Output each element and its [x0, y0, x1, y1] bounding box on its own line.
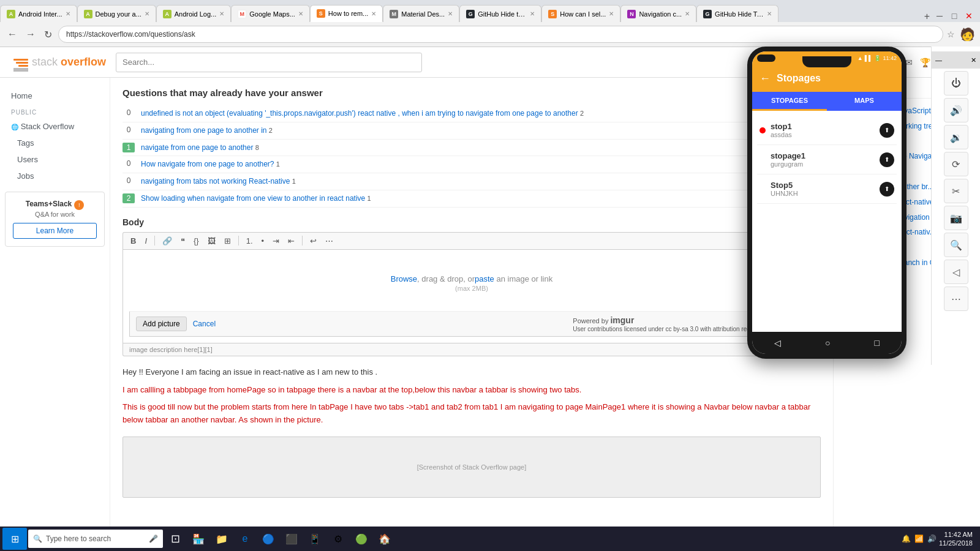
- emu-vol-up-btn[interactable]: 🔊: [944, 98, 968, 122]
- browser-tab-4[interactable]: M Google Maps... ✕: [231, 5, 310, 22]
- tab-close[interactable]: ✕: [371, 10, 376, 17]
- taskbar-app-task-view[interactable]: ⊡: [164, 528, 186, 550]
- sidebar-item-jobs[interactable]: Jobs: [5, 168, 105, 184]
- phone-navigate-icon[interactable]: ⬆: [880, 182, 894, 197]
- q-link[interactable]: navigating from one page to another in 2: [141, 126, 273, 136]
- taskbar-app-store[interactable]: 🏪: [187, 528, 209, 550]
- achievements-icon[interactable]: 🏆: [920, 58, 930, 67]
- q-link[interactable]: How navigate from one page to another? 1: [141, 159, 280, 170]
- back-button[interactable]: ←: [5, 28, 20, 41]
- browser-tab-9[interactable]: N Navigation c... ✕: [620, 5, 696, 22]
- browser-tab-5[interactable]: S How to rem... ✕: [310, 5, 383, 22]
- sidebar-item-stackoverflow[interactable]: 🌐 Stack Overflow: [5, 118, 105, 135]
- tab-close[interactable]: ✕: [298, 10, 303, 17]
- browser-tab-8[interactable]: S How can I sel... ✕: [541, 5, 620, 22]
- browser-tab-7[interactable]: G GitHub Hide tabBar f... ✕: [459, 5, 541, 22]
- bookmark-icon[interactable]: ☆: [947, 29, 955, 39]
- toolbar-ol[interactable]: 1.: [244, 235, 255, 247]
- tab-close[interactable]: ✕: [685, 10, 690, 17]
- profile-icon[interactable]: 🧑: [960, 27, 975, 42]
- toolbar-image[interactable]: 🖼: [205, 235, 218, 247]
- minimize-button[interactable]: ─: [933, 10, 946, 22]
- phone-back-icon[interactable]: ←: [760, 72, 771, 85]
- tab-close[interactable]: ✕: [219, 10, 224, 17]
- taskbar-mic-icon[interactable]: 🎤: [149, 534, 158, 543]
- sidebar-item-users[interactable]: Users: [5, 151, 105, 168]
- volume-icon[interactable]: 🔊: [927, 534, 937, 543]
- emu-rotate-btn[interactable]: ⟳: [944, 152, 968, 176]
- tab-close[interactable]: ✕: [448, 10, 453, 17]
- tab-close[interactable]: ✕: [145, 10, 149, 17]
- restore-button[interactable]: □: [948, 10, 960, 22]
- tab-close[interactable]: ✕: [530, 10, 535, 17]
- add-picture-button[interactable]: Add picture: [136, 317, 187, 331]
- toolbar-undo[interactable]: ↩: [307, 235, 319, 247]
- toolbar-ul[interactable]: •: [259, 235, 267, 247]
- taskbar-app-files[interactable]: 📁: [211, 528, 233, 550]
- toolbar-indent[interactable]: ⇥: [270, 235, 282, 247]
- notification-icon[interactable]: 🔔: [902, 534, 911, 543]
- q-link[interactable]: navigating from tabs not working React-n…: [141, 176, 296, 187]
- toolbar-bold[interactable]: B: [128, 235, 138, 247]
- upload-browse-link[interactable]: Browse: [391, 274, 417, 283]
- taskbar-app-home[interactable]: 🏠: [374, 528, 396, 550]
- so-logo[interactable]: stack overflow: [10, 53, 106, 72]
- phone-home-btn[interactable]: ○: [825, 338, 830, 348]
- phone-navigate-icon[interactable]: ⬆: [880, 152, 894, 167]
- phone-navigate-icon[interactable]: ⬆: [880, 123, 894, 138]
- emulator-close[interactable]: ✕: [971, 56, 976, 64]
- taskbar-app-vscode[interactable]: ⬛: [281, 528, 303, 550]
- upload-paste-link[interactable]: paste: [475, 274, 494, 283]
- phone-list-item[interactable]: Stop5 UHNJKH ⬆: [757, 174, 897, 204]
- phone-list-item[interactable]: stop1 assdas ⬆: [757, 116, 897, 145]
- cancel-button[interactable]: Cancel: [193, 320, 216, 328]
- so-search-input[interactable]: [116, 53, 422, 72]
- emu-vol-down-btn[interactable]: 🔉: [944, 125, 968, 149]
- emu-zoom-btn[interactable]: 🔍: [944, 233, 968, 257]
- emu-snap-btn[interactable]: ✂: [944, 179, 968, 203]
- phone-tab-maps[interactable]: MAPS: [827, 92, 902, 111]
- new-tab-button[interactable]: +: [921, 11, 933, 22]
- q-link[interactable]: navigate from one page to another 8: [141, 143, 259, 153]
- toolbar-outdent[interactable]: ⇤: [285, 235, 297, 247]
- q-link[interactable]: Show loading when navigate from one view…: [141, 193, 371, 204]
- sidebar-item-tags[interactable]: Tags: [5, 135, 105, 151]
- toolbar-link[interactable]: 🔗: [160, 235, 175, 247]
- taskbar-app-edge[interactable]: e: [234, 528, 256, 550]
- phone-list-item[interactable]: stopage1 gurgugram ⬆: [757, 145, 897, 174]
- emu-back-btn[interactable]: ◁: [944, 260, 968, 284]
- tab-close[interactable]: ✕: [767, 10, 772, 17]
- emu-more-btn[interactable]: ⋯: [944, 287, 968, 311]
- taskbar-app-chrome[interactable]: 🔵: [257, 528, 279, 550]
- taskbar-app-android[interactable]: 📱: [304, 528, 326, 550]
- phone-back-btn[interactable]: ◁: [774, 338, 781, 348]
- phone-tab-stopages[interactable]: STOPAGES: [752, 92, 827, 111]
- learn-more-button[interactable]: Learn More: [13, 223, 97, 239]
- forward-button[interactable]: →: [23, 28, 38, 41]
- taskbar-app-settings[interactable]: ⚙: [327, 528, 349, 550]
- taskbar-app-spotify[interactable]: 🟢: [350, 528, 372, 550]
- toolbar-blockquote[interactable]: ❝: [178, 235, 187, 247]
- editor-body[interactable]: Browse, drag & drop, orpaste an image or…: [123, 249, 821, 343]
- emu-power-btn[interactable]: ⏻: [944, 71, 968, 96]
- phone-recents-btn[interactable]: □: [875, 338, 880, 348]
- browser-tab-2[interactable]: A Debug your a... ✕: [77, 5, 156, 22]
- browser-tab-6[interactable]: M Material Des... ✕: [383, 5, 459, 22]
- reload-button[interactable]: ↻: [42, 28, 55, 42]
- browser-tab-3[interactable]: A Android Log... ✕: [156, 5, 232, 22]
- tab-close[interactable]: ✕: [66, 10, 70, 17]
- sidebar-item-home[interactable]: Home: [5, 88, 105, 104]
- q-link[interactable]: undefined is not an object (evaluating '…: [141, 108, 584, 119]
- toolbar-more[interactable]: ⋯: [323, 235, 336, 247]
- browser-tab-10[interactable]: G GitHub Hide TabBar f... ✕: [696, 5, 778, 22]
- url-bar[interactable]: [58, 26, 943, 43]
- taskbar-search[interactable]: 🔍 Type here to search 🎤: [28, 530, 163, 548]
- toolbar-italic[interactable]: I: [142, 235, 149, 247]
- start-button[interactable]: ⊞: [2, 528, 27, 550]
- network-icon[interactable]: 📶: [914, 534, 924, 543]
- toolbar-table[interactable]: ⊞: [222, 235, 233, 247]
- emu-camera-btn[interactable]: 📷: [944, 206, 968, 230]
- tab-close[interactable]: ✕: [609, 10, 614, 17]
- close-button[interactable]: ✕: [963, 10, 975, 22]
- browser-tab-1[interactable]: A Android Inter... ✕: [0, 5, 77, 22]
